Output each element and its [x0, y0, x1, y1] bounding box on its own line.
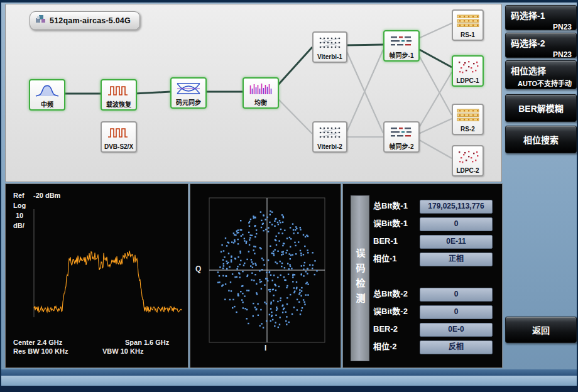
frame-icon	[384, 122, 418, 143]
ber-row-value: 0	[420, 217, 493, 231]
node-vit2[interactable]: Viterbi-2	[312, 121, 347, 153]
ber-row-label: 总Bit数-1	[373, 200, 408, 212]
node-label: LDPC-1	[453, 77, 483, 85]
rbw-label: Res BW 100 KHz	[13, 347, 68, 355]
node-rs2[interactable]: RS-2	[452, 104, 484, 135]
log-label: Log	[13, 202, 26, 209]
spectrum-icon	[30, 80, 64, 101]
trellis-icon	[314, 33, 346, 53]
node-if[interactable]: 中频	[29, 79, 65, 111]
ber-row-label: 总Bit数-2	[373, 288, 408, 300]
node-carrier[interactable]: 载波恢复	[101, 79, 137, 111]
ref-value: -20 dBm	[33, 192, 60, 199]
node-symsync[interactable]: 码元同步	[170, 77, 207, 109]
node-ldpc2[interactable]: LDPC-2	[452, 145, 484, 177]
button-label: 码选择-2	[506, 33, 576, 49]
ber-row-value: 0	[420, 305, 493, 319]
ber-disambiguate-button[interactable]: BER解模糊	[505, 94, 577, 122]
vbw-label: VBW 10 KHz	[102, 347, 143, 355]
node-label: DVB-S2/X	[102, 143, 136, 151]
node-label: 均衡	[244, 99, 278, 107]
ber-row-label: 误Bit数-1	[373, 217, 408, 230]
node-fs1[interactable]: 帧同步-1	[383, 30, 420, 62]
ber-section-label: 误码检测	[354, 248, 367, 308]
pulse-icon	[102, 122, 136, 143]
button-label: 相位搜索	[523, 133, 559, 146]
node-ldpc1[interactable]: LDPC-1	[452, 55, 484, 87]
i-axis-label: I	[264, 344, 266, 352]
ber-row-value: 反相	[420, 340, 493, 354]
bottom-band-dark	[1, 369, 577, 376]
ber-row-label: 误Bit数-2	[373, 305, 408, 318]
back-button-label: 返回	[532, 324, 550, 336]
button-value: PN23	[506, 21, 576, 34]
ldpc-icon	[453, 146, 483, 166]
ber-row-value: 179,025,113,776	[420, 200, 493, 214]
signal-file-icon	[35, 14, 46, 27]
rs-icon	[453, 11, 483, 31]
rs-icon	[453, 105, 483, 125]
constellation-panel: Q I	[190, 183, 341, 368]
pulse-icon	[102, 80, 136, 101]
center-freq-label: Center 2.4 GHz	[13, 339, 62, 346]
phase-select-button[interactable]: 相位选择AUTO不支持手动	[505, 60, 577, 89]
code-select-1-button[interactable]: 码选择-1PN23	[505, 5, 577, 30]
ber-row-label: 相位-1	[373, 253, 397, 265]
node-label: 帧同步-1	[384, 52, 418, 60]
node-fs2[interactable]: 帧同步-2	[383, 121, 420, 153]
trellis-icon	[314, 122, 346, 143]
frame-icon	[384, 31, 418, 52]
node-label: Viterbi-1	[314, 53, 346, 62]
node-label: 中频	[30, 101, 64, 109]
button-value: AUTO不支持手动	[506, 77, 576, 90]
button-label: 码选择-1	[506, 6, 576, 21]
spectrum-panel: Ref -20 dBm Log 10 dB/ Center 2.4 GHz Sp…	[5, 183, 188, 368]
node-label: 帧同步-2	[384, 143, 418, 151]
ber-row-value: 0E-0	[420, 323, 493, 337]
ber-row-value: 0E-11	[420, 235, 493, 249]
ber-row-label: BER-1	[373, 235, 398, 248]
node-rs1[interactable]: RS-1	[452, 9, 484, 41]
button-label: 相位选择	[506, 61, 576, 77]
ber-section-tab: 误码检测	[351, 195, 369, 361]
ber-row-value: 0	[420, 288, 493, 302]
ref-label: Ref	[13, 192, 25, 199]
ber-row-label: BER-2	[373, 323, 398, 335]
bottom-band-light	[1, 376, 577, 386]
code-select-2-button[interactable]: 码选择-2PN23	[505, 33, 577, 58]
ber-row-value: 正相	[420, 253, 493, 266]
phase-search-button[interactable]: 相位搜索	[505, 126, 577, 153]
scale-value: 10	[16, 212, 23, 219]
ber-row-label: 相位-2	[373, 340, 397, 353]
node-dvb[interactable]: DVB-S2/X	[101, 121, 137, 153]
signal-flow-panel: 512qam-aircas-5.04G 中频载波恢复码元同步均衡DVB-S2/X…	[5, 4, 502, 182]
node-eq[interactable]: 均衡	[243, 77, 279, 109]
app-window: 512qam-aircas-5.04G 中频载波恢复码元同步均衡DVB-S2/X…	[0, 0, 578, 392]
signal-title: 512qam-aircas-5.04G	[50, 16, 131, 25]
ber-panel: 误码检测 总Bit数-1179,025,113,776误Bit数-10BER-1…	[342, 183, 503, 368]
back-button[interactable]: 返回	[505, 317, 577, 343]
ldpc-icon	[453, 57, 483, 77]
node-label: RS-2	[453, 125, 483, 134]
node-vit1[interactable]: Viterbi-1	[312, 31, 347, 63]
button-label: BER解模糊	[518, 102, 564, 114]
comb-icon	[244, 79, 278, 99]
bottom-edge	[0, 386, 578, 392]
span-label: Span 1.6 GHz	[125, 339, 169, 346]
q-axis-label: Q	[195, 264, 201, 273]
per-div-label: dB/	[13, 222, 25, 229]
signal-source-badge[interactable]: 512qam-aircas-5.04G	[30, 11, 140, 30]
constellation-plot	[190, 184, 339, 366]
node-label: 载波恢复	[102, 101, 136, 109]
node-label: LDPC-2	[453, 166, 483, 175]
node-label: 码元同步	[172, 99, 205, 107]
button-value: PN23	[506, 49, 576, 62]
node-label: Viterbi-2	[314, 143, 346, 151]
node-label: RS-1	[453, 31, 483, 40]
eye-icon	[172, 79, 205, 99]
